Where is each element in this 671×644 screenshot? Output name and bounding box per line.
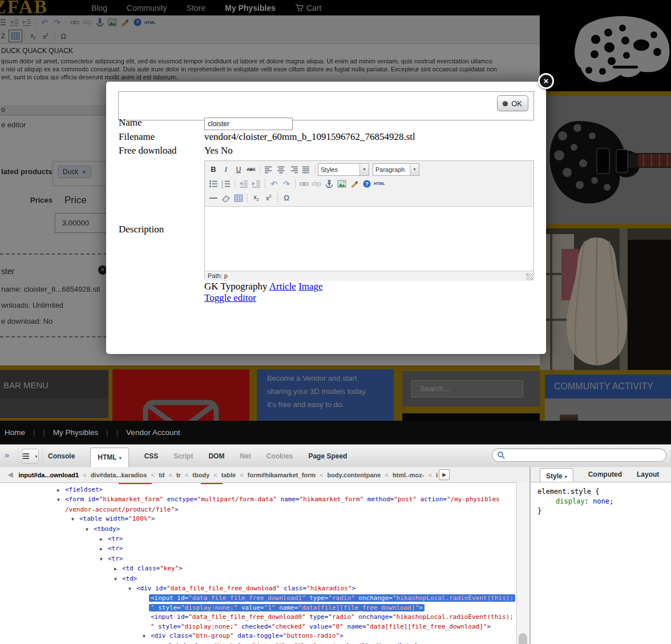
firebug-tab-cookies[interactable]: Cookies <box>266 452 293 460</box>
bullist-icon[interactable] <box>207 178 220 190</box>
alignright-icon[interactable] <box>288 164 300 175</box>
css-declaration[interactable]: display: none; <box>537 497 671 506</box>
toggle-editor-link-cut[interactable]: e editor <box>1 120 26 129</box>
toggle-editor-link[interactable]: Toggle editor <box>204 292 256 304</box>
firebug-tab-net[interactable]: Net <box>240 452 250 460</box>
firebug-tab-page-speed[interactable]: Page Speed <box>308 452 347 460</box>
expand-twisty-icon[interactable]: ▶ <box>57 486 65 495</box>
sub-icon[interactable]: x2 <box>27 30 39 42</box>
nav-item-cart[interactable]: Cart <box>295 3 321 13</box>
newsletter-tile[interactable] <box>112 369 249 421</box>
aligncenter-icon[interactable] <box>275 164 288 175</box>
format-dropdown[interactable]: Paragraph▾ <box>373 163 419 176</box>
nav-item-my-physibles[interactable]: My Physibles <box>225 3 276 13</box>
nav-item-blog[interactable]: Blog <box>91 3 107 13</box>
tree-node-selected[interactable]: " style="display:none;" value="1" name="… <box>0 603 516 613</box>
redo-icon[interactable]: ↷ <box>51 17 63 28</box>
editor-text-area[interactable] <box>205 207 533 271</box>
html-icon[interactable]: HTML <box>144 17 156 28</box>
element-crumb[interactable]: tbody <box>192 472 209 478</box>
outdent-icon[interactable] <box>237 178 250 190</box>
sup-icon[interactable]: x2 <box>262 192 275 204</box>
indent-icon[interactable] <box>250 178 262 190</box>
tree-scrollbar[interactable] <box>516 482 530 644</box>
bold-icon[interactable]: B <box>207 164 220 175</box>
alignleft-icon[interactable] <box>262 164 275 175</box>
element-crumb[interactable]: html.-moz- <box>393 472 425 478</box>
underline-icon[interactable]: U <box>232 164 245 175</box>
sup-icon[interactable]: x2 <box>39 30 52 42</box>
name-input[interactable]: cloister <box>204 118 293 130</box>
footer-crumb-my-physibles[interactable]: My Physibles <box>53 428 99 437</box>
firebug-tab-console[interactable]: Console <box>48 452 75 460</box>
eraser-icon[interactable] <box>220 192 232 204</box>
italic-icon[interactable]: I <box>220 164 232 175</box>
tree-node[interactable]: ▼<div class="btn-group" data-toggle="but… <box>0 631 516 641</box>
tree-node[interactable]: /vendor-account/product/file"> <box>0 505 516 514</box>
bullist-icon[interactable] <box>0 17 8 28</box>
image-icon[interactable] <box>336 178 348 190</box>
footer-crumb-vendor-account[interactable]: Vendor Account <box>126 428 180 437</box>
modal-close-button[interactable]: × <box>538 73 554 89</box>
tree-node[interactable]: ▼<table width="100%"> <box>0 514 516 524</box>
strike-icon[interactable]: ABC <box>245 164 257 175</box>
vase-product-image[interactable] <box>540 228 671 370</box>
tree-node[interactable]: ▼<td> <box>0 574 516 584</box>
breadcrumb-back-icon[interactable]: ◀ <box>8 471 13 478</box>
collapse-twisty-icon[interactable]: ▼ <box>128 585 136 594</box>
become-vendor-tile[interactable]: Become a Vendor and startsharing your 3D… <box>257 369 394 421</box>
two-text-icon[interactable]: 2 <box>0 30 9 42</box>
anchor-icon[interactable] <box>94 17 106 28</box>
expand-twisty-icon[interactable]: ▶ <box>100 545 108 554</box>
collapse-twisty-icon[interactable]: ▼ <box>57 496 65 505</box>
redo-icon[interactable]: ↷ <box>280 178 293 190</box>
side-tab-style[interactable]: Style▾ <box>540 468 573 482</box>
firebug-menu-icon[interactable]: ▾ <box>22 449 39 464</box>
table-icon[interactable] <box>232 192 245 204</box>
element-crumb[interactable]: body.contentpane <box>328 472 381 478</box>
unlink-icon[interactable] <box>310 178 323 190</box>
firebug-tab-html[interactable]: HTML▾ <box>90 448 128 467</box>
charmap-icon[interactable]: Ω <box>280 192 293 204</box>
side-tab-computed[interactable]: Computed <box>588 470 622 478</box>
site-search-input[interactable]: Search... <box>411 380 523 397</box>
tree-node-selected[interactable]: <input id="data_file_file_free_download1… <box>0 594 516 603</box>
tree-node[interactable]: <label class="btn" for="data_file_file_f… <box>0 642 516 644</box>
charmap-icon[interactable]: Ω <box>57 30 70 42</box>
cleanup-icon[interactable] <box>348 178 361 190</box>
element-crumb[interactable]: i <box>436 472 438 478</box>
table-icon[interactable] <box>9 30 22 42</box>
tree-node[interactable]: ▼<tbody> <box>0 525 516 534</box>
help-icon[interactable]: ? <box>131 17 144 28</box>
guitar-product-image[interactable] <box>540 96 671 224</box>
tree-node[interactable]: ▶<fieldset> <box>0 485 516 495</box>
element-crumb[interactable]: form#hikamarket_form <box>248 472 316 478</box>
undo-icon[interactable]: ↶ <box>38 17 51 28</box>
site-logo[interactable]: ZFAB <box>0 0 48 15</box>
chip-remove-icon[interactable]: × <box>82 168 86 175</box>
editor-resize-grip[interactable] <box>526 273 533 280</box>
element-crumb[interactable]: tr <box>176 472 181 478</box>
alignjustify-icon[interactable] <box>300 164 313 175</box>
collapse-twisty-icon[interactable]: ▼ <box>86 525 94 534</box>
cleanup-icon[interactable] <box>119 17 131 28</box>
nav-item-store[interactable]: Store <box>187 3 205 13</box>
firebug-tab-script[interactable]: Script <box>173 452 193 460</box>
element-crumb[interactable]: table <box>221 472 236 478</box>
image-link[interactable]: Image <box>298 281 322 292</box>
related-product-chip[interactable]: Duck × <box>58 166 91 178</box>
indent-icon[interactable] <box>21 17 33 28</box>
firebug-search-box[interactable] <box>492 448 666 462</box>
tree-node[interactable]: ▶<tr> <box>0 544 516 554</box>
panel-expand-icon[interactable]: » <box>5 450 8 460</box>
footer-crumb-home[interactable]: Home <box>5 428 25 437</box>
element-crumb[interactable]: td <box>159 472 164 478</box>
article-link[interactable]: Article <box>269 281 296 292</box>
collapse-twisty-icon[interactable]: ▼ <box>71 515 79 524</box>
firebug-tab-dom[interactable]: DOM <box>208 452 224 460</box>
numlist-icon[interactable]: 123 <box>220 178 232 190</box>
side-tab-layout[interactable]: Layout <box>637 470 659 478</box>
tree-scrollbar-thumb[interactable] <box>519 633 527 644</box>
tree-node[interactable]: ▼<form id="hikamarket_form" enctype="mul… <box>0 495 516 505</box>
firebug-tab-css[interactable]: CSS <box>144 452 159 460</box>
